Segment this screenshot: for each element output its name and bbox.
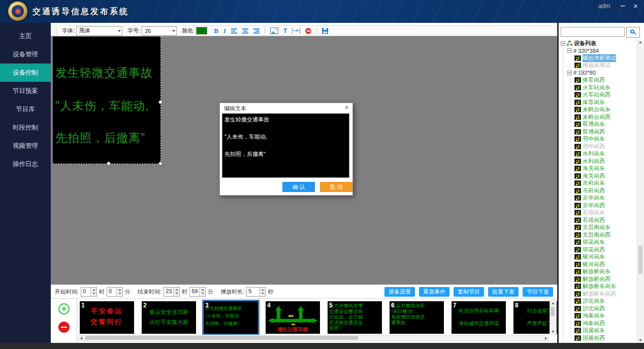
minimize-button[interactable]: – (621, 1, 625, 10)
program-send-button[interactable]: 节目下发 (523, 287, 553, 297)
batch-send-button[interactable]: 批量下发 (488, 287, 519, 297)
tree-device-item[interactable]: 琼花岗东 (560, 239, 637, 246)
start-hour-input[interactable]: 0 (81, 287, 97, 297)
tree-device-item[interactable]: 鸿泰岗东 (560, 312, 637, 320)
tree-device-item[interactable]: 琼花岗西 (560, 246, 637, 253)
tree-device-item[interactable]: 火车站岗东 (560, 84, 637, 91)
scroll-up-icon[interactable] (639, 41, 642, 43)
scroll-up-icon[interactable] (552, 302, 555, 304)
start-minute-input[interactable]: 0 (107, 287, 123, 297)
playlist-item[interactable]: 6扎实开展电动车 "百日整治"， 有效预防道路交 通事故。 (390, 301, 444, 334)
tree-device-item[interactable]: 市府岗东 (560, 180, 637, 187)
tree-device-item[interactable]: 石塔岗东 (560, 209, 637, 217)
remove-frame-button[interactable] (58, 322, 70, 333)
tree-device-item[interactable]: 国展岗西 (560, 334, 637, 342)
font-select[interactable]: 黑体 (76, 26, 122, 36)
tree-device-item[interactable]: 来鹤台岗西 (560, 113, 637, 121)
scrollbar-thumb[interactable] (551, 307, 555, 316)
insert-text-icon[interactable]: T (283, 27, 287, 35)
dialog-textarea[interactable]: 发生轻微交通事故 "人未伤，车能动, 先拍照，后撤离" (222, 113, 349, 178)
tree-device-item[interactable]: 邗中岗西 (560, 143, 637, 150)
screen-settings-button[interactable]: 屏幕设置 (384, 287, 415, 297)
sidebar-item-device-manage[interactable]: 设备管理 (0, 45, 51, 64)
tree-device-item[interactable]: 螺丝湾桥测试 (560, 54, 637, 62)
scroll-right-icon[interactable] (545, 337, 547, 340)
tree-device-item[interactable]: 双博岗西 (560, 128, 637, 136)
tree-device-item[interactable]: 鸿泰岗西 (560, 320, 637, 327)
playlist-item[interactable]: 5大力开展秋冬季 交通安全整治百 日会战，全力稳 定道路交通安全 形势！ (328, 301, 382, 334)
tree-root[interactable]: 设备列表 (560, 40, 637, 47)
tree-device-item[interactable]: 体育岗西 (560, 77, 637, 84)
tree-device-item[interactable]: 水利岗西 (560, 157, 637, 165)
align-right-icon[interactable] (253, 28, 260, 34)
tree-device-item[interactable]: 海关岗东 (560, 165, 637, 173)
dialog-close-icon[interactable]: × (345, 104, 348, 111)
confirm-button[interactable]: 确 认 (282, 182, 315, 192)
tree-device-item[interactable]: 解放桥岗西 (560, 275, 637, 283)
tree-device-item[interactable]: 体育岗东 (560, 99, 637, 106)
sidebar-item-period-control[interactable]: 时段控制 (0, 118, 51, 137)
start-minute-spinner[interactable] (116, 288, 122, 296)
search-button[interactable] (626, 27, 640, 38)
end-minute-spinner[interactable] (199, 288, 205, 296)
sidebar-item-operation-log[interactable]: 操作日志 (0, 155, 51, 173)
emergency-event-button[interactable]: 紧急事件 (419, 287, 449, 297)
font-size-select[interactable]: 26 (142, 26, 177, 36)
save-icon[interactable] (322, 28, 328, 34)
align-left-icon[interactable] (231, 28, 237, 34)
italic-icon[interactable]: I (223, 27, 226, 35)
tree-device-item[interactable]: 来鹤台岗东 (560, 106, 637, 114)
expander-icon[interactable] (561, 41, 565, 46)
expander-icon[interactable] (567, 71, 572, 75)
playlist-item[interactable]: 2春运安全连万家 出行平安靠大家 (142, 301, 196, 334)
end-hour-spinner[interactable] (173, 288, 179, 296)
tree-device-item[interactable]: 银河岗西 (560, 261, 637, 268)
scroll-left-icon[interactable] (80, 337, 82, 340)
tree-device-item[interactable]: 海关岗西 (560, 172, 637, 180)
horizontal-scrollbar[interactable] (78, 335, 549, 341)
copy-program-button[interactable]: 复制节目 (454, 287, 484, 297)
scrollbar-thumb[interactable] (85, 336, 358, 340)
resize-handle-bottom[interactable] (107, 162, 111, 166)
tree-device-item[interactable]: 解放桥东岗东 (560, 283, 637, 291)
tree-device-item[interactable]: 维扬岗测试 (560, 62, 637, 70)
tree-device-item[interactable]: 解放桥东岗西 (560, 290, 637, 298)
sidebar-item-video-manage[interactable]: 视频管理 (0, 137, 51, 155)
tree-device-item[interactable]: 火车站岗西 (560, 91, 637, 99)
led-preview-panel[interactable]: 发生轻微交通事故 "人未伤，车能动, 先拍照，后撤离" (53, 37, 161, 164)
tree-device-item[interactable]: 国展岗东 (560, 327, 637, 335)
strip-vertical-scrollbar[interactable] (550, 300, 557, 335)
tree-device-item[interactable]: 文昌阁岗东 (560, 224, 637, 232)
tree-group[interactable]: #192*80 (560, 69, 637, 77)
scrollbar-thumb[interactable] (638, 246, 642, 274)
sidebar-item-device-control[interactable]: 设备控制 (0, 64, 51, 82)
clear-icon[interactable] (305, 28, 311, 34)
start-hour-spinner[interactable] (90, 288, 96, 296)
tree-device-item[interactable]: 银河岗东 (560, 253, 637, 261)
tree-device-item[interactable]: 水利岗东 (560, 150, 637, 158)
playlist-item[interactable]: 7依法治理非标车辆 净化城市交通环境 (452, 301, 506, 334)
bold-icon[interactable]: B (214, 27, 218, 35)
cancel-button[interactable]: 取 消 (320, 182, 352, 192)
tree-device-item[interactable]: 邗中岗东 (560, 136, 637, 143)
add-frame-button[interactable] (58, 303, 70, 314)
tree-device-item[interactable]: 沙北岗西 (560, 305, 637, 312)
scroll-down-icon[interactable] (639, 339, 642, 341)
duration-input[interactable]: 5 (246, 287, 266, 297)
tree-device-item[interactable]: 市府岗西 (560, 187, 637, 195)
toolbar-grip[interactable] (54, 27, 57, 35)
resize-handle-corner[interactable] (158, 162, 163, 166)
end-hour-input[interactable]: 23 (164, 287, 180, 297)
close-button[interactable]: × (633, 2, 638, 10)
tree-group[interactable]: #320*384 (560, 47, 637, 55)
fit-width-icon[interactable] (292, 28, 300, 34)
tree-device-item[interactable]: 京华岗东 (560, 195, 637, 202)
color-swatch[interactable] (196, 27, 207, 35)
scroll-down-icon[interactable] (552, 331, 555, 333)
playlist-item[interactable]: 3发生轻微交通事故 "人未伤，车能动, 先拍照，后撤离" (204, 301, 258, 334)
tree-device-item[interactable]: 京华岗西 (560, 202, 637, 209)
playlist-item[interactable]: 1平安春运 交警同行 (80, 301, 134, 334)
align-center-icon[interactable] (242, 28, 248, 34)
tree-device-item[interactable]: 石塔岗西 (560, 216, 637, 224)
end-minute-input[interactable]: 59 (189, 287, 206, 297)
